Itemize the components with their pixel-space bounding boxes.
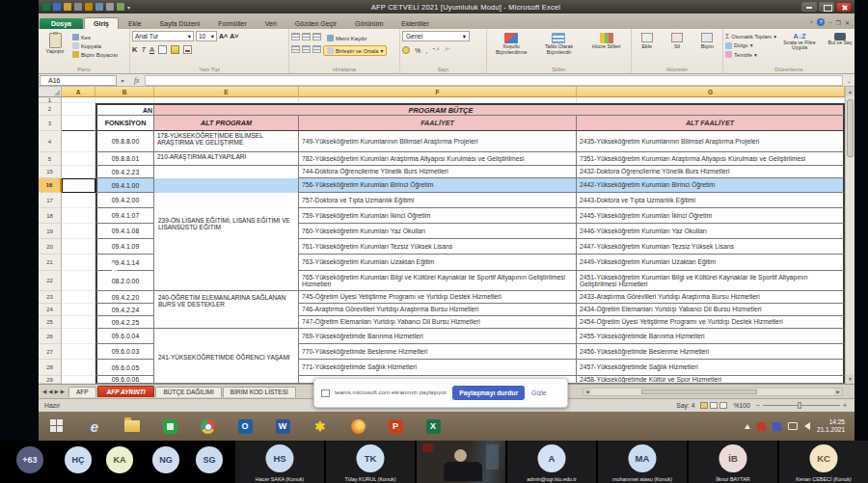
tray-teams-icon[interactable]	[773, 422, 781, 431]
cell-fonksiyon-code[interactable]: 09.6.0.05	[95, 360, 154, 376]
cell-alt-faaliyet[interactable]: 2443-Doktora ve Tıpta Uzmanlık Eğitimi	[577, 193, 845, 208]
paste-button[interactable]: Yapıştır	[41, 31, 69, 64]
format-cells-button[interactable]: Biçim	[694, 33, 720, 49]
redo-icon[interactable]	[74, 3, 82, 11]
ribbon-tab-g-r-n-m[interactable]: Görünüm	[346, 18, 392, 29]
header-alt-program[interactable]: ALT PROGRAM	[154, 116, 299, 131]
cell-alt-faaliyet[interactable]: 2451-Yükseköğretim Kurumları Bilgi ve Kü…	[577, 271, 845, 291]
header-alt-faaliyet[interactable]: ALT FAALİYET	[577, 116, 845, 131]
cell[interactable]	[62, 103, 95, 116]
cell[interactable]	[62, 376, 95, 384]
cell[interactable]	[62, 271, 95, 291]
cell-fonksiyon-code[interactable]: 09.4.2.00	[95, 193, 154, 208]
taskbar-file-explorer[interactable]	[122, 416, 143, 437]
cell[interactable]	[62, 131, 95, 152]
tray-notification-icon[interactable]	[757, 422, 766, 431]
cell-alt-faaliyet[interactable]: 2454-Öğretim Üyesi Yetiştirme Programı v…	[577, 316, 845, 329]
cell-fonksiyon-code[interactable]: 09.4.1.14	[95, 255, 154, 271]
row-number[interactable]: 22	[39, 271, 62, 291]
find-select-button[interactable]: Bul ve Seç	[822, 33, 858, 58]
sheet-nav-icon-2[interactable]: ▶	[54, 389, 58, 394]
cell-fonksiyon-code[interactable]: 09.8.8.01	[95, 152, 154, 166]
sheet-tab-afp[interactable]: AFP	[68, 387, 96, 397]
conditional-formatting-button[interactable]: Koşullu Biçimlendirme	[489, 33, 533, 55]
cell-alt-faaliyet[interactable]: 2434-Öğretim Elemanları Yurtdışı Yabancı…	[577, 304, 845, 316]
cell-alt-program[interactable]	[154, 304, 299, 316]
italic-button[interactable]: T	[141, 45, 146, 54]
name-box[interactable]: A16	[40, 75, 117, 86]
row-number[interactable]: 23	[39, 291, 62, 304]
cell-faaliyet[interactable]: 761-Yükseköğretim Kurumları Tezsiz Yükse…	[299, 239, 577, 255]
taskbar-internet-explorer[interactable]: e	[84, 416, 105, 437]
header-fonksiyon[interactable]: FONKSİYON	[95, 116, 154, 131]
cell-faaliyet[interactable]: 745-Öğretim Üyesi Yetiştirme Programı ve…	[299, 291, 577, 304]
shrink-font-button[interactable]: A˅	[230, 33, 238, 40]
cell-faaliyet[interactable]: 770-Yükseköğretimde Beslenme Hizmetleri	[299, 344, 577, 360]
row-number[interactable]: 16	[39, 178, 62, 193]
cell-alt-program[interactable]	[154, 193, 299, 208]
taskbar-powerpoint[interactable]: P	[385, 416, 406, 437]
worksheet-grid[interactable]: ABEFG 12ANPROGRAM BÜTÇE3FONKSİYONALT PRO…	[39, 87, 854, 384]
sheet-nav-buttons[interactable]: ◀◀▶▶	[39, 389, 68, 394]
formula-bar-expand-icon[interactable]: ⌄	[843, 77, 854, 84]
cell[interactable]	[62, 208, 95, 224]
scroll-up-icon[interactable]: ▲	[846, 87, 854, 96]
row-number[interactable]: 26	[39, 329, 62, 344]
row-number[interactable]: 29	[39, 376, 62, 384]
name-box-dropdown-icon[interactable]: ▾	[117, 77, 128, 84]
cell-faaliyet[interactable]: 747-Öğretim Elemanları Yurtdışı Yabancı …	[299, 316, 577, 329]
cell-alt-faaliyet[interactable]: 2442-Yükseköğretim Kurumları Birinci Öğr…	[577, 178, 845, 193]
header-faaliyet[interactable]: FAALİYET	[299, 116, 577, 131]
vertical-scroll-thumb[interactable]	[847, 99, 854, 157]
taskbar-green-app[interactable]	[159, 416, 180, 437]
cell[interactable]	[62, 291, 95, 304]
copy-button[interactable]: Kopyala	[72, 42, 118, 49]
cell-program-butce-header[interactable]: PROGRAM BÜTÇE	[154, 103, 845, 116]
cell-alt-program[interactable]	[154, 178, 299, 193]
ribbon-tab-g-zden-ge-ir[interactable]: Gözden Geçir	[286, 18, 345, 29]
cell-fonksiyon-code[interactable]: 09.8.8.00	[95, 131, 154, 152]
cell-alt-faaliyet[interactable]: 2433-Araştırma Görevlileri Yurtdışı Araş…	[577, 291, 845, 304]
view-shortcuts[interactable]	[700, 402, 727, 409]
wrap-text-button[interactable]: Metni Kaydır	[323, 33, 371, 43]
cell-faaliyet[interactable]: 771-Yükseköğretimde Sağlık Hizmetleri	[299, 360, 577, 376]
delete-cells-button[interactable]: Sil	[664, 33, 690, 49]
cell[interactable]	[62, 316, 95, 329]
cell-faaliyet[interactable]: 763-Yükseköğretim Kurumları Uzaktan Eğit…	[299, 255, 577, 271]
align-center-button[interactable]	[302, 45, 311, 53]
cell-alt-faaliyet[interactable]: 2445-Yükseköğretim Kurumları İkinci Öğre…	[577, 208, 845, 224]
hide-banner-button[interactable]: Gizle	[529, 389, 547, 396]
row-number[interactable]: 15	[39, 166, 62, 178]
cell[interactable]	[62, 255, 95, 271]
participant-tile[interactable]: KCKenan CEBECİ (Konuk)	[779, 441, 868, 483]
cell-fonksiyon-code[interactable]: 09.6.0.03	[95, 344, 154, 360]
participant-tile[interactable]: HSHacer SAKA (Konuk)	[235, 441, 324, 483]
cell-alt-faaliyet[interactable]: 2447-Yükseköğretim Kurumları Tezsiz Yüks…	[577, 239, 845, 255]
column-header-b[interactable]: B	[95, 87, 154, 97]
participant-avatar[interactable]: KA	[106, 446, 133, 473]
row-number[interactable]: 2	[39, 103, 62, 116]
taskbar-word[interactable]: W	[272, 416, 293, 437]
cell-alt-program[interactable]	[154, 376, 299, 384]
cell-alt-faaliyet[interactable]: 2458-Yükseköğretimde Kültür ve Spor Hizm…	[577, 376, 845, 384]
clear-button[interactable]: Temizle ▾	[725, 51, 776, 58]
cell-faaliyet[interactable]: 746-Araştırma Görevlileri Yurtdışı Araşt…	[299, 304, 577, 316]
cell-fonksiyon-code[interactable]: 09.6.0.04	[95, 329, 154, 344]
format-painter-button[interactable]: Biçim Boyacısı	[72, 51, 118, 58]
cell-faaliyet[interactable]: 744-Doktora Öğrencilerine Yönelik Burs H…	[299, 166, 577, 178]
cell-fonksiyon-code[interactable]: 09.6.0.06	[95, 376, 154, 384]
cell-alt-faaliyet[interactable]: 2455-Yükseköğretimde Barınma Hizmetleri	[577, 329, 845, 344]
font-name-select[interactable]: Arial Tur▾	[132, 31, 194, 41]
page-layout-view-icon[interactable]	[710, 402, 718, 409]
participant-avatar[interactable]: SG	[196, 446, 223, 473]
row-number[interactable]: 21	[39, 255, 62, 271]
align-right-button[interactable]	[312, 45, 321, 53]
taskbar-chrome[interactable]	[197, 416, 218, 437]
sheet-nav-icon-3[interactable]: ▶	[61, 389, 65, 394]
ribbon-tab-eklentiler[interactable]: Eklentiler	[393, 18, 438, 29]
ribbon-tab-veri[interactable]: Veri	[257, 18, 285, 29]
grow-font-button[interactable]: A˄	[219, 33, 228, 40]
cut-button[interactable]: Kes	[72, 34, 118, 40]
qat-icon[interactable]	[85, 3, 93, 11]
row-number[interactable]: 25	[39, 316, 62, 329]
